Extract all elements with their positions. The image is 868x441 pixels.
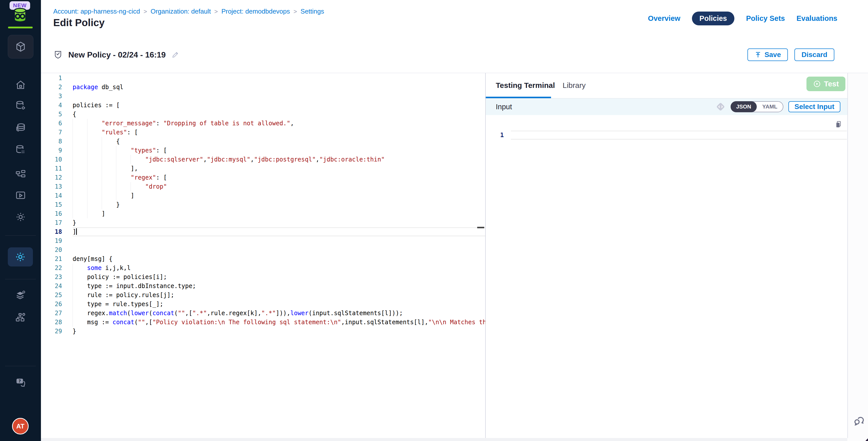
code-line[interactable]: 5{ <box>41 110 485 119</box>
code-line[interactable]: 27 regex.match(lower(concat("",[".*",rul… <box>41 309 485 318</box>
code-line[interactable]: 19 <box>41 236 485 245</box>
database-settings-icon[interactable] <box>15 100 26 112</box>
harness-db-devops-logo-icon[interactable] <box>11 7 29 23</box>
sidebar-divider <box>5 279 36 279</box>
edit-pencil-icon[interactable] <box>171 51 179 59</box>
code-line[interactable]: 29} <box>41 327 485 336</box>
breadcrumb-account[interactable]: Account: app-harness-ng-cicd <box>53 7 140 15</box>
line-number: 28 <box>41 318 62 327</box>
line-number: 10 <box>41 155 62 164</box>
line-number: 21 <box>41 254 62 263</box>
help-chat-icon[interactable]: ? <box>15 377 26 388</box>
code-line[interactable]: 3 <box>41 92 485 101</box>
code-line[interactable]: 20 <box>41 245 485 254</box>
code-line[interactable]: 10 "jdbc:sqlserver","jdbc:mysql","jdbc:p… <box>41 155 485 164</box>
code-line[interactable]: 25 rule := policy.rules[j]; <box>41 290 485 300</box>
input-editor[interactable]: 1 <box>486 115 847 438</box>
code-line[interactable]: 21deny[msg] { <box>41 254 485 263</box>
line-number: 18 <box>41 227 62 236</box>
org-structure-icon[interactable] <box>15 311 26 323</box>
line-number: 24 <box>41 282 62 290</box>
database-stack-icon[interactable] <box>15 122 26 134</box>
format-toggle: JSON YAML <box>731 101 783 112</box>
top-header: Account: app-harness-ng-cicd>Organizatio… <box>41 0 868 37</box>
code-line[interactable]: 15 } <box>41 200 485 209</box>
tab-policy-sets[interactable]: Policy Sets <box>746 14 785 23</box>
format-json-option[interactable]: JSON <box>731 101 757 112</box>
home-icon[interactable] <box>15 80 26 91</box>
code-line[interactable]: 2package db_sql <box>41 83 485 92</box>
format-yaml-option[interactable]: YAML <box>757 101 783 112</box>
tab-policies-active[interactable]: Policies <box>692 11 735 25</box>
line-number: 17 <box>41 218 62 227</box>
upload-icon <box>754 51 762 58</box>
code-line[interactable]: 24 type := input.dbInstance.type; <box>41 282 485 290</box>
copy-icon[interactable] <box>833 120 842 129</box>
active-tab-underline <box>486 97 551 98</box>
select-input-button[interactable]: Select Input <box>788 101 840 112</box>
line-number: 14 <box>41 191 62 200</box>
input-line-content[interactable] <box>511 131 847 139</box>
settings-gear-icon[interactable] <box>15 211 26 223</box>
line-number: 8 <box>41 137 62 146</box>
discard-button[interactable]: Discard <box>795 49 834 61</box>
save-button[interactable]: Save <box>747 49 788 61</box>
line-number: 12 <box>41 173 62 182</box>
code-line[interactable]: 23 policy := policies[i]; <box>41 273 485 282</box>
sidebar-module-tile[interactable] <box>8 35 33 59</box>
sidebar-item-settings-active[interactable] <box>8 247 33 266</box>
code-format-icon <box>716 102 725 112</box>
line-number: 16 <box>41 209 62 218</box>
avatar[interactable]: AT <box>12 418 29 435</box>
line-number: 27 <box>41 309 62 318</box>
code-line[interactable]: 6 "error_message": "Dropping of table is… <box>41 119 485 128</box>
breadcrumb-organization[interactable]: Organization: default <box>150 7 211 15</box>
tab-evaluations[interactable]: Evaluations <box>797 14 837 23</box>
text-cursor <box>76 228 77 235</box>
code-line[interactable]: 28 msg := concat("",["Policy violation:\… <box>41 318 485 327</box>
code-line[interactable]: 8 { <box>41 137 485 146</box>
line-number: 6 <box>41 119 62 128</box>
support-chat-icon[interactable] <box>852 414 866 429</box>
line-number: 1 <box>41 73 62 83</box>
test-button[interactable]: Test <box>806 76 845 91</box>
database-instances-icon[interactable] <box>15 144 26 156</box>
breadcrumb-separator: > <box>144 8 147 15</box>
policy-nav-tabs: Overview Policies Policy Sets Evaluation… <box>648 11 837 25</box>
bottom-scroll-area[interactable] <box>41 438 847 441</box>
pipeline-flow-icon[interactable] <box>15 168 26 180</box>
code-line[interactable]: 12 "regex": [ <box>41 173 485 182</box>
code-line[interactable]: 22 some i,j,k,l <box>41 263 485 273</box>
code-line[interactable]: 9 "types": [ <box>41 146 485 155</box>
policy-toolbar: New Policy - 02/24 - 16:19 Save Discard <box>41 37 868 73</box>
code-line[interactable]: 14 ] <box>41 191 485 200</box>
code-line[interactable]: 16 ] <box>41 209 485 218</box>
breadcrumb-separator: > <box>214 8 218 15</box>
line-number: 7 <box>41 128 62 137</box>
policy-name: New Policy - 02/24 - 16:19 <box>68 50 166 60</box>
breadcrumb-project[interactable]: Project: demodbdevops <box>221 7 290 15</box>
input-editor-line[interactable]: 1 <box>486 131 847 139</box>
code-line[interactable]: 26 type = rule.types[_]; <box>41 300 485 309</box>
code-line[interactable]: 13 "drop" <box>41 182 485 191</box>
line-number: 5 <box>41 110 62 119</box>
sidebar-divider <box>5 366 36 366</box>
breadcrumb-settings[interactable]: Settings <box>301 7 324 15</box>
code-line[interactable]: 11 ], <box>41 164 485 173</box>
code-line[interactable]: 17} <box>41 218 485 227</box>
page-title: Edit Policy <box>53 17 105 28</box>
testing-panel-header: Testing Terminal Library Test <box>486 73 847 98</box>
resources-layers-icon[interactable] <box>15 290 26 302</box>
code-line[interactable]: 18] <box>41 227 485 236</box>
tab-library[interactable]: Library <box>563 81 586 90</box>
input-line-number: 1 <box>486 131 504 139</box>
executions-play-icon[interactable] <box>15 190 26 201</box>
tab-overview[interactable]: Overview <box>648 14 680 23</box>
code-line[interactable]: 1 <box>41 73 485 83</box>
code-editor[interactable]: 12package db_sql34policies := [5{6 "erro… <box>41 73 485 438</box>
tab-testing-terminal[interactable]: Testing Terminal <box>496 81 555 90</box>
play-circle-icon <box>813 80 821 88</box>
code-line[interactable]: 4policies := [ <box>41 101 485 110</box>
code-line[interactable]: 7 "rules": [ <box>41 128 485 137</box>
line-number: 9 <box>41 146 62 155</box>
